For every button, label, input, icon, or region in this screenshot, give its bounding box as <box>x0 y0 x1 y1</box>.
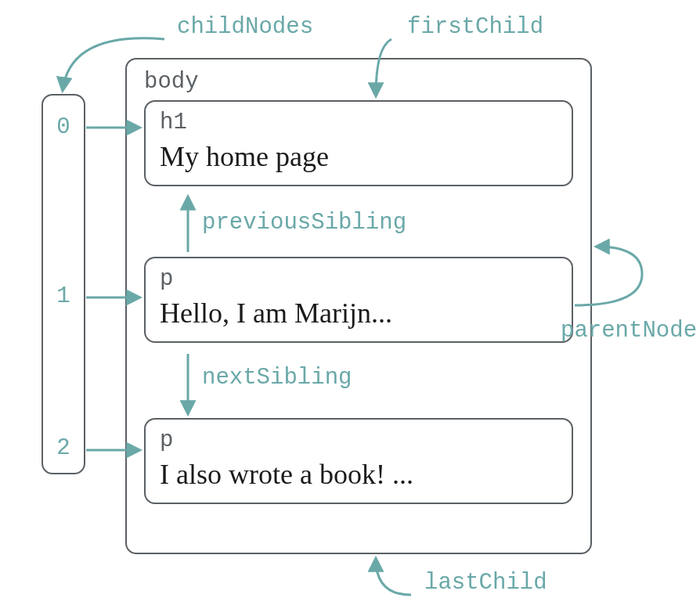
label-childnodes: childNodes <box>177 14 313 40</box>
node-h1-box: h1 My home page <box>144 100 573 186</box>
node-p2-box: p I also wrote a book! ... <box>144 418 573 504</box>
node-p2-text: I also wrote a book! ... <box>160 458 557 492</box>
label-lastchild: lastChild <box>424 570 547 596</box>
array-index-2: 2 <box>53 435 74 461</box>
label-firstchild: firstChild <box>407 14 543 40</box>
body-tag-label: body <box>144 69 199 95</box>
arrow-lastchild <box>376 559 411 595</box>
node-p1-tag: p <box>160 266 557 292</box>
label-nextsibling: nextSibling <box>202 365 352 391</box>
label-previoussibling: previousSibling <box>202 210 406 236</box>
node-p2-tag: p <box>160 427 557 453</box>
node-p1-box: p Hello, I am Marijn... <box>144 257 573 343</box>
node-h1-text: My home page <box>160 140 557 174</box>
node-h1-tag: h1 <box>160 110 557 135</box>
dom-links-diagram: childNodes firstChild body 0 1 2 h1 My h… <box>0 0 700 609</box>
array-index-1: 1 <box>53 283 74 309</box>
array-index-0: 0 <box>53 114 74 140</box>
label-parentnode: parentNode <box>561 318 697 344</box>
node-p1-text: Hello, I am Marijn... <box>160 297 557 330</box>
